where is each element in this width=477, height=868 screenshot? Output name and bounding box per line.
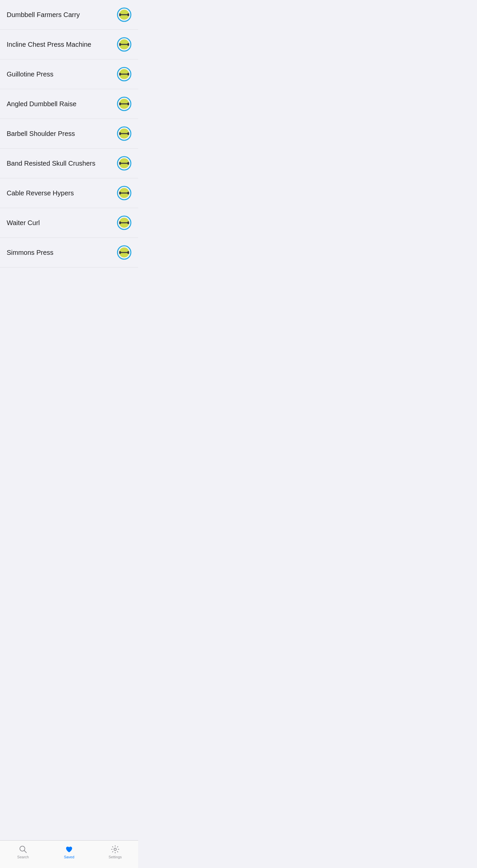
dumbbell-icon [117, 245, 131, 260]
svg-rect-47 [120, 192, 121, 194]
svg-rect-26 [120, 103, 121, 105]
dumbbell-icon [117, 156, 131, 170]
svg-rect-53 [121, 222, 128, 223]
exercise-name: Band Resisted Skull Crushers [7, 160, 95, 167]
svg-rect-12 [120, 44, 121, 45]
svg-rect-39 [121, 163, 128, 164]
svg-rect-40 [120, 163, 121, 164]
list-item[interactable]: Cable Reverse Hypers [0, 178, 138, 208]
svg-rect-32 [121, 133, 128, 134]
list-item[interactable]: Simmons Press [0, 238, 138, 268]
dumbbell-icon [117, 96, 131, 111]
svg-rect-13 [127, 44, 128, 45]
exercise-name: Incline Chest Press Machine [7, 41, 91, 49]
exercise-list: Dumbbell Farmers CarryIncline Chest Pres… [0, 0, 138, 299]
svg-rect-54 [120, 222, 121, 224]
svg-rect-6 [127, 14, 128, 16]
dumbbell-icon [117, 126, 131, 141]
exercise-name: Angled Dumbbell Raise [7, 100, 76, 108]
svg-rect-27 [127, 103, 128, 105]
list-item[interactable]: Waiter Curl [0, 208, 138, 238]
list-item[interactable]: Dumbbell Farmers Carry [0, 0, 138, 30]
dumbbell-icon [117, 7, 131, 22]
svg-rect-60 [121, 252, 128, 253]
svg-rect-19 [120, 73, 121, 75]
svg-rect-11 [121, 44, 128, 45]
svg-rect-18 [121, 74, 128, 75]
dumbbell-icon [117, 215, 131, 230]
svg-rect-41 [127, 163, 128, 164]
exercise-name: Cable Reverse Hypers [7, 189, 74, 197]
exercise-name: Guillotine Press [7, 70, 54, 78]
exercise-name: Dumbbell Farmers Carry [7, 11, 80, 19]
list-item[interactable]: Incline Chest Press Machine [0, 30, 138, 59]
svg-rect-46 [121, 193, 128, 194]
exercise-name: Barbell Shoulder Press [7, 130, 75, 137]
svg-rect-55 [127, 222, 128, 224]
svg-rect-20 [127, 73, 128, 75]
list-item[interactable]: Angled Dumbbell Raise [0, 89, 138, 119]
list-item[interactable]: Band Resisted Skull Crushers [0, 149, 138, 178]
exercise-name: Waiter Curl [7, 219, 40, 227]
svg-rect-25 [121, 103, 128, 104]
svg-rect-48 [127, 192, 128, 194]
list-item[interactable]: Barbell Shoulder Press [0, 119, 138, 149]
list-item[interactable]: Guillotine Press [0, 59, 138, 89]
dumbbell-icon [117, 67, 131, 82]
exercise-name: Simmons Press [7, 249, 54, 256]
svg-rect-62 [127, 252, 128, 253]
dumbbell-icon [117, 37, 131, 52]
svg-rect-4 [121, 14, 128, 16]
svg-rect-5 [120, 14, 121, 16]
dumbbell-icon [117, 186, 131, 200]
svg-rect-33 [120, 133, 121, 134]
svg-rect-61 [120, 252, 121, 253]
svg-rect-34 [127, 133, 128, 134]
